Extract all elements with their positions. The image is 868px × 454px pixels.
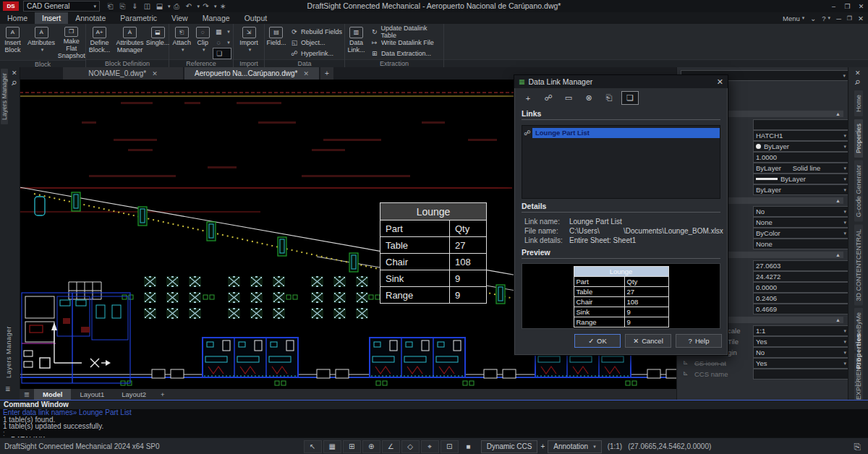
prop-field[interactable]: 27.0603 (753, 260, 849, 271)
prop-field[interactable]: HATCH1▾ (753, 130, 849, 141)
write-datalink-file-button[interactable]: ↦Write Datalink File (369, 37, 443, 48)
prop-field[interactable]: ByColor▾ (753, 228, 849, 239)
prop-field[interactable]: ByLayer Solid line▾ (753, 163, 849, 174)
update-datalink-table-button[interactable]: ↻Update Datalink Table (369, 26, 443, 37)
help-button[interactable]: ?Help (676, 334, 722, 348)
define-block-button[interactable]: A+ DefineBlock... (86, 25, 113, 59)
prop-field[interactable]: No▾ (753, 206, 849, 217)
close-icon[interactable]: ✕ (303, 70, 309, 77)
close-button[interactable]: ✕ (854, 1, 868, 12)
object-button[interactable]: ◱Object... (289, 37, 344, 48)
links-list[interactable]: ☍ Lounge Part List (522, 125, 720, 199)
ribbon-tab-view[interactable]: View (164, 12, 195, 24)
doc-tab-noname[interactable]: NONAME_0.dwg*✕ (63, 67, 183, 80)
minimize-button[interactable]: – (827, 1, 841, 12)
add-layout-button[interactable]: + (155, 389, 171, 400)
delete-link-icon[interactable]: ⊗ (581, 92, 597, 104)
print-icon[interactable]: ⎙ (171, 1, 183, 11)
esnap-icon[interactable]: ◇ (401, 440, 420, 453)
ribbon-tab-insert[interactable]: Insert (35, 12, 68, 24)
open-file-icon[interactable]: ⎘ (116, 1, 129, 11)
prop-field[interactable]: 1:1▾ (753, 325, 849, 336)
workspace-selector[interactable]: CAD General ▾ (23, 1, 100, 12)
redo-icon[interactable]: ↷ (200, 1, 212, 11)
open-source-icon[interactable]: ⎗ (601, 92, 617, 104)
prop-field[interactable]: No▾ (753, 347, 849, 358)
save-icon[interactable]: ⬓ (153, 1, 166, 11)
import-button[interactable]: ⇲ Import▾ (236, 25, 262, 59)
prop-field[interactable]: 1.0000 (753, 152, 849, 163)
prop-field[interactable]: None▾ (753, 217, 849, 228)
ribbon-tab-home[interactable]: Home (0, 12, 35, 24)
prop-field[interactable]: 0.0000 (753, 282, 849, 293)
ortho-icon[interactable]: ⊕ (362, 440, 380, 453)
preview-toggle-icon[interactable]: ❏ (621, 91, 639, 105)
annotation-dropdown[interactable]: Annotation▾ (548, 440, 601, 453)
prop-field[interactable]: ByLayer▾ (753, 141, 849, 152)
prop-field[interactable]: ByLayer▾ (753, 174, 849, 184)
model-tab[interactable]: Model (34, 389, 71, 400)
rename-link-icon[interactable]: ▭ (561, 92, 576, 104)
field-button[interactable]: ▤ Field... (265, 25, 287, 59)
export-image-icon[interactable]: ◫ (141, 1, 153, 11)
sheet-list-icon[interactable]: ≣ (20, 390, 34, 398)
attributes-manager-button[interactable]: Ȧ AttributesManager (114, 25, 145, 59)
rebuild-fields-button[interactable]: ⟳Rebuild Fields (289, 26, 344, 37)
xref-frame-button[interactable]: ◌▾ (213, 37, 231, 48)
etrack-icon[interactable]: ⌖ (421, 440, 439, 453)
new-doc-tab-button[interactable]: + (320, 67, 333, 80)
snap-icon[interactable]: ⊞ (343, 440, 361, 453)
clip-button[interactable]: ◌ Clip▾ (194, 25, 211, 59)
doc-tab-aeropuerto[interactable]: Aeropuerto Na...Carúpano.dwg*✕ (184, 67, 319, 80)
undo-icon[interactable]: ↶ (183, 1, 195, 11)
add-scale-button[interactable]: + (540, 442, 545, 450)
attach-button[interactable]: ⎗ Attach▾ (171, 25, 192, 59)
prop-field[interactable]: Yes▾ (753, 336, 849, 347)
cancel-button[interactable]: ✕Cancel (625, 334, 671, 348)
edit-reference-button[interactable]: ❏ (213, 48, 231, 59)
prop-field[interactable]: 0.4669 (753, 304, 849, 314)
dynamic-ccs-toggle[interactable]: Dynamic CCS (481, 440, 538, 453)
prop-field[interactable] (753, 119, 849, 130)
lounge-table[interactable]: Lounge PartQty Table27 Chair108 Sink9 Ra… (380, 202, 487, 304)
command-window[interactable]: Command Window Enter data link names» Lo… (0, 400, 868, 438)
collapse-ribbon-icon[interactable]: ⌄ (810, 14, 816, 22)
ccs-icon[interactable]: ⊡ (441, 440, 459, 453)
restore-button[interactable]: ❐ (841, 1, 854, 12)
share-icon[interactable]: ⇓ (129, 1, 141, 11)
close-icon[interactable]: ✕ (152, 70, 158, 77)
data-extraction-button[interactable]: ⊞Data Extraction... (369, 48, 443, 59)
make-flat-snapshot-button[interactable]: ❒ Make FlatSnapshot (57, 25, 85, 60)
grid-icon[interactable]: ▦ (323, 440, 341, 453)
attributes-button[interactable]: Ȧ Attributes▾ (27, 25, 56, 60)
palette-tab-properties[interactable]: Properties (854, 119, 863, 158)
close-icon[interactable]: ✕ (855, 69, 861, 77)
help-button[interactable]: ?▾ (822, 14, 830, 22)
prop-field[interactable]: None (753, 239, 849, 249)
pointer-icon[interactable]: ↖ (304, 440, 322, 453)
layout2-tab[interactable]: Layout2 (113, 389, 155, 400)
link-icon[interactable]: ☍ (540, 92, 556, 104)
xref-overlay-button[interactable]: ▦▾ (213, 26, 231, 37)
ribbon-tab-parametric[interactable]: Parametric (113, 12, 164, 24)
prop-field[interactable]: Yes▾ (753, 358, 849, 369)
palette-tab-gcode[interactable]: G-code Generator (854, 160, 863, 222)
layers-manager-tab[interactable]: Layers Manager (1, 69, 8, 124)
ok-button[interactable]: ✓OK (574, 334, 621, 348)
doc-minimize-button[interactable]: ─ (836, 14, 841, 22)
menu-button[interactable]: Menu▾ (783, 14, 804, 22)
prop-field[interactable]: 24.4272 (753, 271, 849, 282)
palette-tab-home[interactable]: Home (854, 90, 863, 116)
close-icon[interactable]: ✕ (12, 69, 17, 77)
ribbon-tab-manage[interactable]: Manage (195, 12, 237, 24)
clipboard-icon[interactable]: ⎘ (854, 442, 861, 452)
new-link-icon[interactable]: + (520, 92, 536, 104)
prop-field[interactable]: 0.2406 (753, 293, 849, 304)
doc-close-button[interactable]: ✕ (858, 14, 864, 22)
doc-restore-button[interactable]: ❐ (847, 15, 852, 22)
pin-icon[interactable]: ⚲ (853, 78, 861, 87)
single-button[interactable]: ⬓ Single... (147, 25, 169, 59)
palette-tab-3dcontentcentral[interactable]: 3D CONTENTCENTRAL (854, 225, 863, 306)
close-icon[interactable]: ✕ (717, 77, 723, 87)
prop-field[interactable]: ByLayer▾ (753, 184, 849, 195)
